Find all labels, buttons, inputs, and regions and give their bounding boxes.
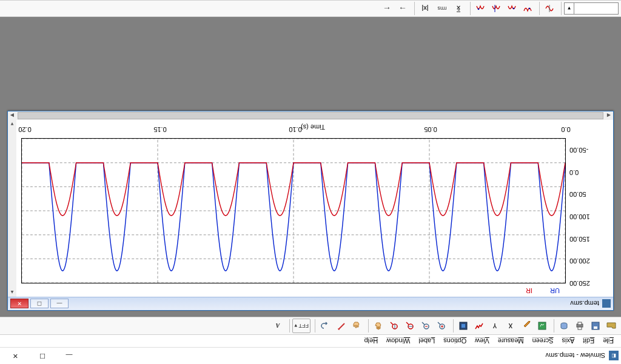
scroll-up-icon[interactable]: ▲	[8, 288, 16, 297]
svg-rect-8	[462, 324, 465, 328]
x-tick-label: 0.15	[153, 126, 166, 133]
scroll-right-icon[interactable]: ▶	[8, 111, 16, 120]
menu-measure[interactable]: Measure	[494, 337, 528, 345]
x-axis-button[interactable]: X	[503, 319, 518, 333]
y-tick-label: -50.00	[569, 147, 608, 154]
open-icon[interactable]	[604, 319, 619, 333]
export-icon[interactable]	[557, 319, 571, 333]
menu-options[interactable]: Options	[440, 337, 470, 345]
scroll-left-icon[interactable]: ◀	[605, 111, 613, 120]
x-tick-label: 0.05	[424, 126, 437, 133]
child-body: UR IR -50.000.050.00100.00150.00200.0025…	[8, 120, 613, 297]
menu-axis[interactable]: Axis	[558, 337, 578, 345]
zoom-area-icon[interactable]	[456, 319, 471, 333]
chevron-down-icon[interactable]: ▼	[565, 3, 574, 14]
svg-rect-3	[578, 327, 582, 329]
legend-entry-ur: UR	[550, 287, 560, 294]
svg-line-17	[406, 322, 409, 325]
save-icon[interactable]	[588, 319, 603, 333]
trace-select-combo[interactable]: ▼	[564, 2, 619, 15]
annotate-button[interactable]: A	[270, 319, 285, 333]
window-title: Simview - temp.smv	[82, 352, 605, 360]
child-maximize-button[interactable]: ☐	[30, 299, 49, 309]
autoscale-icon[interactable]	[472, 319, 486, 333]
menu-label[interactable]: Label	[415, 337, 438, 345]
waveform-1-icon[interactable]	[542, 1, 557, 16]
menubar: File Edit Axis Screen Measure View Optio…	[0, 335, 621, 347]
plot-canvas[interactable]: UR IR -50.000.050.00100.00150.00200.0025…	[18, 122, 608, 294]
mean-button[interactable]: x̄	[451, 1, 466, 16]
svg-point-38	[478, 8, 480, 10]
zoom-x-icon[interactable]	[403, 319, 417, 333]
redraw-icon[interactable]	[535, 319, 549, 333]
app-icon: ◧	[609, 351, 619, 361]
abs-button[interactable]: |x|	[417, 1, 433, 16]
secondary-toolbar: ▼ x̄ rms |x| → ←	[0, 0, 621, 17]
legend-entry-ir: IR	[526, 287, 532, 294]
undo-icon[interactable]	[318, 319, 332, 333]
svg-point-35	[529, 8, 531, 10]
hscroll-thumb[interactable]	[18, 112, 603, 119]
x-tick-label: 0.0	[561, 126, 570, 133]
maximize-button[interactable]: ☐	[29, 348, 56, 364]
y-tick-label: 200.00	[569, 257, 608, 265]
fft-button[interactable]: FFT ▾	[292, 319, 310, 333]
window-titlebar: ◧ Simview - temp.smv — ☐ ✕	[0, 347, 621, 364]
print-icon[interactable]	[572, 319, 587, 333]
menu-file[interactable]: File	[599, 337, 617, 345]
measure-tool-icon[interactable]	[334, 319, 348, 333]
main-toolbar: X Y FFT ▾ A	[0, 317, 621, 335]
child-title-text: temp.smv	[70, 300, 599, 308]
svg-line-14	[422, 322, 425, 325]
zoom-y-icon[interactable]	[387, 319, 401, 333]
zoom-out-icon[interactable]	[418, 319, 433, 333]
plot-legend: UR IR	[526, 287, 560, 294]
scroll-down-icon[interactable]: ▼	[8, 120, 16, 128]
zoom-in-icon[interactable]	[434, 319, 449, 333]
hand-grab-icon[interactable]	[349, 319, 364, 333]
rms-button[interactable]: rms	[434, 1, 450, 16]
x-tick-label: 0.20	[18, 126, 31, 133]
child-close-button[interactable]: ✕	[10, 299, 29, 309]
menu-edit[interactable]: Edit	[579, 337, 598, 345]
document-icon	[602, 300, 611, 308]
menu-window[interactable]: Window	[383, 337, 414, 345]
y-tick-label: 0.0	[569, 169, 608, 176]
waveform-peak-icon[interactable]	[473, 1, 488, 16]
svg-rect-1	[594, 326, 597, 329]
close-button[interactable]: ✕	[2, 348, 29, 364]
y-tick-label: 250.00	[569, 280, 608, 287]
plot-axes	[21, 138, 566, 283]
waveform-cursor-icon[interactable]	[489, 1, 503, 16]
svg-rect-6	[539, 322, 546, 329]
child-window-temp-smv: temp.smv — ☐ ✕ UR IR -50.000.050.00100.0…	[7, 111, 614, 311]
edit-icon[interactable]	[519, 319, 534, 333]
menu-help[interactable]: Help	[361, 337, 382, 345]
minimize-button[interactable]: —	[56, 348, 82, 364]
prev-button[interactable]: ←	[380, 1, 394, 16]
svg-rect-4	[578, 322, 582, 325]
child-titlebar[interactable]: temp.smv — ☐ ✕	[8, 297, 613, 310]
mdi-area: temp.smv — ☐ ✕ UR IR -50.000.050.00100.0…	[0, 17, 621, 317]
child-hscrollbar[interactable]: ◀ ▶	[8, 111, 613, 120]
y-tick-label: 150.00	[569, 236, 608, 243]
svg-line-20	[391, 322, 393, 325]
waveform-max-icon[interactable]	[505, 1, 519, 16]
svg-line-10	[438, 322, 440, 325]
waveform-min-icon[interactable]	[520, 1, 535, 16]
child-minimize-button[interactable]: —	[50, 299, 69, 309]
next-button[interactable]: →	[395, 1, 410, 16]
x-tick-label: 0.10	[289, 126, 301, 133]
hand-icon[interactable]	[371, 319, 386, 333]
menu-screen[interactable]: Screen	[529, 337, 557, 345]
x-axis-label: Time (s)	[301, 124, 325, 131]
y-tick-label: 100.00	[569, 213, 608, 220]
menu-view[interactable]: View	[471, 337, 493, 345]
svg-point-36	[513, 8, 515, 10]
child-vscrollbar[interactable]: ▲ ▼	[8, 120, 16, 297]
y-tick-label: 50.00	[569, 191, 608, 198]
y-axis-button[interactable]: Y	[488, 319, 502, 333]
